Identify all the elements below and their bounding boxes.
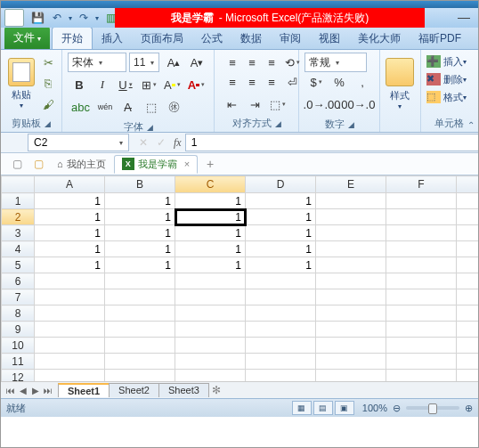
cut-icon[interactable]: ✂ xyxy=(40,56,56,70)
cell-E5[interactable] xyxy=(316,257,386,273)
format-cells-button[interactable]: ⬚格式 ▾ xyxy=(426,88,473,106)
cell-F4[interactable] xyxy=(386,241,457,257)
cell-A9[interactable] xyxy=(35,322,105,338)
cell-B9[interactable] xyxy=(105,322,175,338)
row-header-3[interactable]: 3 xyxy=(2,225,35,241)
cell-A1[interactable]: 1 xyxy=(35,193,105,209)
doctab-home[interactable]: ⌂我的主页 xyxy=(49,155,114,174)
cell-G5[interactable] xyxy=(457,257,479,273)
cancel-formula-icon[interactable]: ✕ xyxy=(134,136,152,149)
percent-icon[interactable]: % xyxy=(329,72,350,92)
paste-button[interactable]: 粘贴 ▾ xyxy=(6,53,37,115)
cell-E8[interactable] xyxy=(316,305,386,322)
cell-D9[interactable] xyxy=(246,322,316,338)
cell-F6[interactable] xyxy=(386,273,457,289)
cell-A11[interactable] xyxy=(35,354,105,370)
collapse-ribbon-icon[interactable]: ⌃ xyxy=(467,120,475,130)
cell-A2[interactable]: 1 xyxy=(35,209,105,225)
tab-home[interactable]: 开始 xyxy=(52,27,93,49)
increase-decimal-icon[interactable]: .0→.00 xyxy=(305,94,338,114)
sheet-last-icon[interactable]: ⏭ xyxy=(42,386,54,395)
cell-B10[interactable] xyxy=(105,338,175,354)
undo-dropdown[interactable]: ▾ xyxy=(69,14,72,22)
styles-button[interactable]: 样式 ▾ xyxy=(386,53,415,115)
view-normal-icon[interactable]: ▦ xyxy=(292,401,312,415)
new-sheet-icon[interactable]: ✻ xyxy=(212,384,221,396)
cell-G3[interactable] xyxy=(457,225,479,241)
spreadsheet-grid[interactable]: ABCDEFG111112111131111411115111167891011… xyxy=(1,175,478,398)
sheet-next-icon[interactable]: ▶ xyxy=(29,386,42,395)
col-header-E[interactable]: E xyxy=(316,176,386,193)
doctab-add-icon[interactable]: + xyxy=(207,157,214,171)
align-dialog[interactable]: ◢ xyxy=(275,119,281,128)
sheet-first-icon[interactable]: ⏮ xyxy=(4,386,17,395)
cell-A3[interactable]: 1 xyxy=(35,225,105,241)
cell-G7[interactable] xyxy=(457,289,479,305)
row-header-10[interactable]: 10 xyxy=(2,338,35,354)
cell-A7[interactable] xyxy=(35,289,105,305)
redo-icon[interactable]: ↷ xyxy=(77,11,91,25)
sheet-tab-Sheet3[interactable]: Sheet3 xyxy=(158,383,209,397)
cell-B7[interactable] xyxy=(105,289,175,305)
bold-button[interactable]: B xyxy=(69,75,90,94)
cell-C7[interactable] xyxy=(175,289,246,305)
cell-F2[interactable] xyxy=(386,209,457,225)
cell-D10[interactable] xyxy=(246,338,316,354)
cell-B4[interactable]: 1 xyxy=(105,241,175,257)
cell-C11[interactable] xyxy=(175,354,246,370)
underline-button[interactable]: U▾ xyxy=(115,75,136,94)
row-header-7[interactable]: 7 xyxy=(2,289,35,305)
tab-foxit[interactable]: 福昕PDF xyxy=(410,28,470,49)
merge-cells-icon[interactable]: ⬚▾ xyxy=(267,94,288,114)
tab-view[interactable]: 视图 xyxy=(310,28,349,49)
view-layout-icon[interactable]: ▤ xyxy=(313,401,333,415)
decrease-decimal-icon[interactable]: .00→.0 xyxy=(340,94,373,114)
zoom-in-icon[interactable]: ⊕ xyxy=(465,403,473,414)
tab-review[interactable]: 审阅 xyxy=(271,28,310,49)
sheet-tab-Sheet1[interactable]: Sheet1 xyxy=(58,383,110,397)
cell-F7[interactable] xyxy=(386,289,457,305)
row-header-11[interactable]: 11 xyxy=(2,354,35,370)
accounting-icon[interactable]: $▾ xyxy=(305,72,327,92)
cell-E7[interactable] xyxy=(316,289,386,305)
cell-C2[interactable]: 1 xyxy=(175,209,246,225)
cell-A10[interactable] xyxy=(35,338,105,354)
sheet-prev-icon[interactable]: ◀ xyxy=(17,386,29,395)
row-header-9[interactable]: 9 xyxy=(2,322,35,338)
fx-icon[interactable]: fx xyxy=(174,136,182,150)
tab-layout[interactable]: 页面布局 xyxy=(132,28,192,49)
char-border-icon[interactable]: ⬚ xyxy=(141,97,162,117)
delete-cells-button[interactable]: ✖删除 ▾ xyxy=(426,70,473,88)
cell-G11[interactable] xyxy=(457,354,479,370)
enter-formula-icon[interactable]: ✓ xyxy=(152,136,170,149)
number-format-combo[interactable]: 常规▾ xyxy=(304,53,367,72)
clear-format-icon[interactable]: A̶ xyxy=(118,97,139,117)
cell-G2[interactable] xyxy=(457,209,479,225)
cell-F11[interactable] xyxy=(386,354,457,370)
insert-cells-button[interactable]: ➕插入 ▾ xyxy=(426,53,473,70)
phonetic-icon[interactable]: abc xyxy=(69,97,93,117)
cell-F10[interactable] xyxy=(386,338,457,354)
cell-C6[interactable] xyxy=(175,273,246,289)
cell-D2[interactable]: 1 xyxy=(246,209,316,225)
tab-beautify[interactable]: 美化大师 xyxy=(349,28,410,49)
grow-font-icon[interactable]: A▴ xyxy=(163,53,184,72)
cell-C1[interactable]: 1 xyxy=(175,193,246,209)
zoom-slider[interactable] xyxy=(406,406,459,410)
doctab-current[interactable]: X我是学霸× xyxy=(114,155,198,174)
cell-B2[interactable]: 1 xyxy=(105,209,175,225)
cell-A6[interactable] xyxy=(35,273,105,289)
cell-C5[interactable]: 1 xyxy=(175,257,246,273)
row-header-1[interactable]: 1 xyxy=(2,193,35,209)
cell-E10[interactable] xyxy=(316,338,386,354)
cell-G1[interactable] xyxy=(457,193,479,209)
minimize-button[interactable]: — xyxy=(451,8,476,26)
cell-E11[interactable] xyxy=(316,354,386,370)
indent-increase-icon[interactable]: ⇥ xyxy=(244,94,265,114)
row-header-8[interactable]: 8 xyxy=(2,305,35,322)
col-header-B[interactable]: B xyxy=(105,176,175,193)
doctab-new-icon[interactable]: ▢ xyxy=(9,157,25,171)
row-header-2[interactable]: 2 xyxy=(2,209,35,225)
font-name-combo[interactable]: 宋体▾ xyxy=(68,53,126,72)
indent-decrease-icon[interactable]: ⇤ xyxy=(221,94,242,114)
